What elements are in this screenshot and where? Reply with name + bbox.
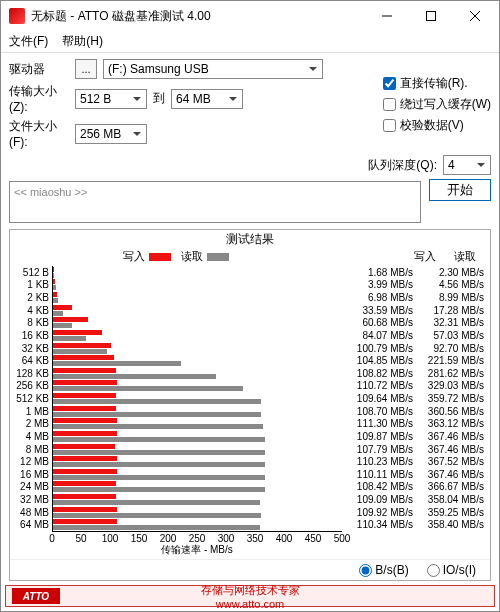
bar-row bbox=[53, 519, 342, 532]
read-bar bbox=[53, 361, 181, 366]
readout-row: 60.68 MB/s32.31 MB/s bbox=[342, 317, 484, 330]
footer-banner[interactable]: ATTO 存储与网络技术专家www.atto.com bbox=[5, 585, 495, 607]
y-label: 8 MB bbox=[10, 443, 49, 456]
readout-row: 110.34 MB/s358.40 MB/s bbox=[342, 519, 484, 532]
read-bar bbox=[53, 336, 86, 341]
y-label: 1 MB bbox=[10, 405, 49, 418]
queue-depth-select[interactable]: 4 bbox=[443, 155, 491, 175]
bypass-cache-checkbox[interactable]: 绕过写入缓存(W) bbox=[383, 96, 491, 113]
close-button[interactable] bbox=[453, 2, 497, 30]
y-label: 512 B bbox=[10, 266, 49, 279]
readout-row: 110.11 MB/s367.46 MB/s bbox=[342, 468, 484, 481]
drive-select[interactable]: (F:) Samsung USB bbox=[103, 59, 323, 79]
menu-help[interactable]: 帮助(H) bbox=[62, 33, 103, 50]
readout-row: 108.70 MB/s360.56 MB/s bbox=[342, 405, 484, 418]
readout-row: 107.79 MB/s367.46 MB/s bbox=[342, 443, 484, 456]
readout-row: 109.87 MB/s367.46 MB/s bbox=[342, 430, 484, 443]
y-label: 24 MB bbox=[10, 481, 49, 494]
bar-row bbox=[53, 329, 342, 342]
queue-depth-label: 队列深度(Q): bbox=[368, 157, 437, 174]
read-bar bbox=[53, 349, 107, 354]
x-axis-label: 传输速率 - MB/s bbox=[52, 543, 342, 559]
file-size-select[interactable]: 256 MB bbox=[75, 124, 147, 144]
y-label: 512 KB bbox=[10, 392, 49, 405]
write-bar bbox=[53, 519, 117, 524]
write-bar bbox=[53, 393, 116, 398]
start-button[interactable]: 开始 bbox=[429, 179, 491, 201]
y-label: 1 KB bbox=[10, 279, 49, 292]
description-input[interactable]: << miaoshu >> bbox=[9, 181, 421, 223]
bar-row bbox=[53, 481, 342, 494]
x-tick: 300 bbox=[218, 533, 235, 544]
transfer-to-select[interactable]: 64 MB bbox=[171, 89, 243, 109]
menu-file[interactable]: 文件(F) bbox=[9, 33, 48, 50]
read-bar bbox=[53, 311, 63, 316]
readout-row: 110.23 MB/s367.52 MB/s bbox=[342, 455, 484, 468]
titlebar: 无标题 - ATTO 磁盘基准测试 4.00 bbox=[1, 1, 499, 31]
read-bar bbox=[53, 298, 58, 303]
y-label: 2 MB bbox=[10, 418, 49, 431]
unit-ios-radio[interactable]: IO/s(I) bbox=[427, 563, 476, 577]
y-label: 64 MB bbox=[10, 519, 49, 532]
read-bar bbox=[53, 462, 265, 467]
readout-row: 109.64 MB/s359.72 MB/s bbox=[342, 392, 484, 405]
write-swatch bbox=[149, 253, 171, 261]
x-tick: 250 bbox=[189, 533, 206, 544]
read-bar bbox=[53, 285, 56, 290]
y-label: 2 KB bbox=[10, 291, 49, 304]
y-label: 64 KB bbox=[10, 354, 49, 367]
maximize-button[interactable] bbox=[409, 2, 453, 30]
legend: 写入 读取 写入 读取 bbox=[10, 249, 490, 266]
results-panel: 测试结果 写入 读取 写入 读取 512 B1 KB2 KB4 KB8 KB16… bbox=[9, 229, 491, 581]
y-label: 32 MB bbox=[10, 493, 49, 506]
file-size-label: 文件大小(F): bbox=[9, 118, 69, 149]
bar-row bbox=[53, 506, 342, 519]
bar-row bbox=[53, 354, 342, 367]
write-bar bbox=[53, 431, 117, 436]
readout-row: 108.42 MB/s366.67 MB/s bbox=[342, 481, 484, 494]
bar-row bbox=[53, 342, 342, 355]
read-bar bbox=[53, 475, 265, 480]
x-tick: 400 bbox=[276, 533, 293, 544]
atto-logo: ATTO bbox=[12, 588, 60, 604]
transfer-size-label: 传输大小(Z): bbox=[9, 83, 69, 114]
bar-row bbox=[53, 317, 342, 330]
bar-row bbox=[53, 367, 342, 380]
readout-row: 6.98 MB/s8.99 MB/s bbox=[342, 291, 484, 304]
x-tick: 500 bbox=[334, 533, 351, 544]
readout-row: 100.79 MB/s92.70 MB/s bbox=[342, 342, 484, 355]
read-bar bbox=[53, 273, 54, 278]
readout-row: 3.99 MB/s4.56 MB/s bbox=[342, 279, 484, 292]
write-bar bbox=[53, 481, 116, 486]
readout-row: 108.82 MB/s281.62 MB/s bbox=[342, 367, 484, 380]
direct-io-checkbox[interactable]: 直接传输(R). bbox=[383, 75, 491, 92]
y-label: 16 KB bbox=[10, 329, 49, 342]
readout-row: 111.30 MB/s363.12 MB/s bbox=[342, 418, 484, 431]
x-tick: 350 bbox=[247, 533, 264, 544]
read-bar bbox=[53, 424, 263, 429]
to-label: 到 bbox=[153, 90, 165, 107]
write-bar bbox=[53, 292, 57, 297]
minimize-button[interactable] bbox=[365, 2, 409, 30]
write-bar bbox=[53, 444, 115, 449]
read-swatch bbox=[207, 253, 229, 261]
read-bar bbox=[53, 386, 243, 391]
readout-row: 104.85 MB/s221.59 MB/s bbox=[342, 354, 484, 367]
bar-row bbox=[53, 430, 342, 443]
write-bar bbox=[53, 305, 72, 310]
verify-data-checkbox[interactable]: 校验数据(V) bbox=[383, 117, 491, 134]
options-panel: 直接传输(R). 绕过写入缓存(W) 校验数据(V) bbox=[383, 75, 491, 134]
bar-row bbox=[53, 418, 342, 431]
drive-browse-button[interactable]: ... bbox=[75, 59, 97, 79]
unit-bs-radio[interactable]: B/s(B) bbox=[359, 563, 408, 577]
bar-row bbox=[53, 443, 342, 456]
y-label: 128 KB bbox=[10, 367, 49, 380]
y-label: 8 KB bbox=[10, 317, 49, 330]
transfer-from-select[interactable]: 512 B bbox=[75, 89, 147, 109]
bar-row bbox=[53, 279, 342, 292]
bar-row bbox=[53, 380, 342, 393]
readout-row: 109.92 MB/s359.25 MB/s bbox=[342, 506, 484, 519]
write-bar bbox=[53, 456, 117, 461]
read-bar bbox=[53, 437, 265, 442]
read-bar bbox=[53, 513, 261, 518]
